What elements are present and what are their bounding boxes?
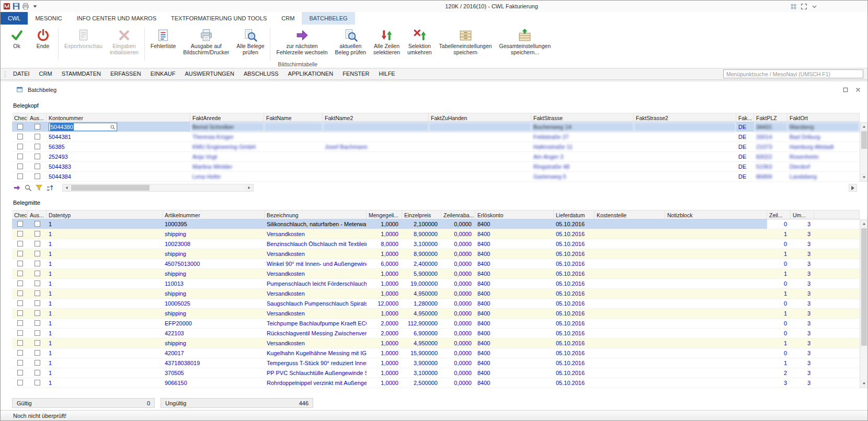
menu-item[interactable]: FENSTER [338,68,374,79]
check-checkbox[interactable] [17,124,23,130]
alle-belege-pruefen-button[interactable]: Alle Belege prüfen [233,25,268,63]
aus-checkbox[interactable] [35,221,40,227]
column-header-faktort[interactable]: FaktOrt [787,113,860,122]
belegmitte-row[interactable]: 1 shipping Versandkosten 1,0000 4,950000… [12,338,860,348]
menu-item[interactable]: ABSCHLUSS [239,68,283,79]
belegkopf-row[interactable]: 5044384 Lena Hofer Gartenweg 5 DE 86899 [12,172,860,182]
column-header-zeile[interactable]: Zeil... [767,210,791,219]
belegmitte-row[interactable]: 1 shipping Versandkosten 1,0000 8,900000… [12,249,860,259]
check-checkbox[interactable] [17,271,23,276]
table-view-icon[interactable] [790,3,797,10]
aus-checkbox[interactable] [35,360,40,366]
column-header-faktstrasse2[interactable]: FaktStrasse2 [634,113,736,122]
check-checkbox[interactable] [17,134,23,139]
aus-checkbox[interactable] [35,173,40,179]
check-checkbox[interactable] [17,173,23,179]
filter-icon[interactable] [35,184,43,192]
check-checkbox[interactable] [17,290,23,296]
belegmitte-row[interactable]: 1 EFP20000 Teichpumpe Bachlaufpumpe Krae… [12,319,860,329]
aus-checkbox[interactable] [35,124,40,130]
check-checkbox[interactable] [17,310,23,316]
aus-checkbox[interactable] [35,271,40,276]
belegkopf-row[interactable]: 56385 KMU Engineering GmbH Josef Bachman… [12,142,860,152]
scroll-down-button[interactable] [860,380,867,388]
aus-checkbox[interactable] [35,144,40,149]
belegmitte-row[interactable]: 1 370505 PP PVC Schlauchtülle Außengewin… [12,368,860,378]
aus-checkbox[interactable] [35,163,40,169]
column-header-um[interactable]: Um... [791,210,814,219]
aus-checkbox[interactable] [35,231,40,237]
aus-checkbox[interactable] [35,134,40,139]
column-header-notizblock[interactable]: Notizblock [665,210,767,219]
tab-batchbeleg[interactable]: BATCHBELEG [302,12,355,25]
aus-checkbox[interactable] [35,330,40,336]
print-icon[interactable] [22,3,29,10]
naechste-fehlerzeile-button[interactable]: zur nächsten Fehlerzeile wechseln [272,25,331,63]
column-header-check[interactable]: Check [12,210,28,219]
scroll-thumb[interactable] [71,185,150,191]
check-checkbox[interactable] [17,231,23,237]
aus-checkbox[interactable] [35,290,40,296]
tab-cwl[interactable]: CWL [1,12,28,25]
belegmitte-row[interactable]: 1 1000395 Silikonschlauch, naturfarben -… [12,219,860,229]
belegmitte-row[interactable]: 1 10005025 Saugschlauch Pumpenschlauch S… [12,299,860,309]
check-checkbox[interactable] [17,241,23,247]
scroll-thumb[interactable] [861,228,867,346]
check-checkbox[interactable] [17,320,23,326]
belegmitte-row[interactable]: 1 shipping Versandkosten 1,0000 4,950000… [12,289,860,299]
column-header-kontonummer[interactable]: Kontonummer [47,113,190,122]
menu-search-input[interactable] [723,69,863,78]
aus-checkbox[interactable] [35,154,40,159]
ok-button[interactable]: Ok [4,25,30,63]
tab-crm[interactable]: CRM [274,12,302,25]
column-header-faktplz[interactable]: FaktPLZ [754,113,787,122]
scroll-up-button[interactable] [860,123,867,131]
close-icon[interactable] [855,87,861,93]
belegkopf-row[interactable]: 5044380 Bernd Schreiber Buchenweg 14 DE [12,122,860,132]
alle-zeilen-selektieren-button[interactable]: Alle Zeilen selektieren [370,25,404,63]
belegmitte-row[interactable]: 1 shipping Versandkosten 1,0000 8,900000… [12,229,860,239]
scroll-thumb[interactable] [861,131,867,149]
belegkopf-row[interactable]: 5044381 Theresia Krüger Feldstraße 27 DE… [12,132,860,142]
column-header-faktland[interactable]: Fak... [736,113,754,122]
column-header-artikelnummer[interactable]: Artikelnummer [163,210,265,219]
column-header-check[interactable]: Check [12,113,28,122]
check-checkbox[interactable] [17,144,23,149]
aus-checkbox[interactable] [35,261,40,266]
check-checkbox[interactable] [17,380,23,385]
save-icon[interactable] [13,3,20,10]
gesamteinstellungen-speichern-button[interactable]: Gesamteinstellungen speichern... [496,25,555,63]
belegmitte-row[interactable]: 1 422103 Rückschlagventil Messing Zwisch… [12,329,860,338]
menu-item[interactable]: CRM [35,68,57,79]
check-checkbox[interactable] [17,360,23,366]
fullscreen-icon[interactable] [801,3,807,10]
fehlerliste-button[interactable]: Fehlerliste [147,25,179,63]
belegmitte-row[interactable]: 1 shipping Versandkosten 1,0000 4,950000… [12,309,860,319]
menu-item[interactable]: EINKAUF [146,68,180,79]
tab-textformatierung[interactable]: TEXTFORMATIERUNG UND TOOLS [164,12,274,25]
aus-checkbox[interactable] [35,280,40,286]
column-header-faktanrede[interactable]: FaktAnrede [190,113,264,122]
column-header-faktname2[interactable]: FaktName2 [323,113,429,122]
column-header-zeilenrabatt[interactable]: Zeilenraba... [441,210,475,219]
check-checkbox[interactable] [17,300,23,306]
menu-item[interactable]: ERFASSEN [106,68,146,79]
menu-item[interactable]: HILFE [374,68,400,79]
column-header-kostenstelle[interactable]: Kostenstelle [595,210,665,219]
scroll-far-right-button[interactable] [849,184,857,192]
goto-icon[interactable] [13,184,21,192]
check-checkbox[interactable] [17,221,23,227]
belegkopf-row[interactable]: 252493 Anja Vogt Am Anger 3 DE 83022 R [12,152,860,162]
check-checkbox[interactable] [17,280,23,286]
belegkopf-vertical-scrollbar[interactable] [860,122,867,182]
sort-icon[interactable] [46,184,54,192]
tab-mesonic[interactable]: MESONIC [28,12,69,25]
check-checkbox[interactable] [17,154,23,159]
belegmitte-row[interactable]: 1 110013 Pumpenschlauch leicht Fördersch… [12,279,860,289]
ausgabe-bildschirm-drucker-button[interactable]: Ausgabe auf Bildschirm/Drucker [179,25,233,63]
aus-checkbox[interactable] [35,300,40,306]
lookup-icon[interactable] [110,124,116,130]
check-checkbox[interactable] [17,370,23,376]
aus-checkbox[interactable] [35,320,40,326]
selektion-umkehren-button[interactable]: Selektion umkehren [404,25,436,63]
